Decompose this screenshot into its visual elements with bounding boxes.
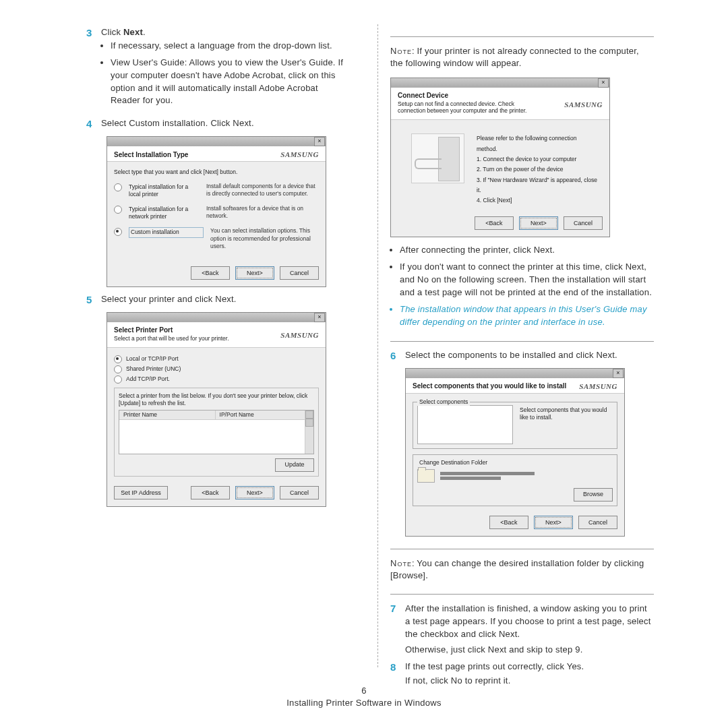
step-line: 3. If "New Hardware Wizard" is appeared,… [477, 175, 599, 196]
close-icon[interactable]: × [598, 78, 609, 88]
dialog-title: Connect Device [398, 92, 539, 99]
group-label: Select components [417, 398, 470, 406]
dialog-subtitle: Select a port that will be used for your… [114, 335, 229, 342]
note: Note: If your printer is not already con… [390, 45, 654, 69]
set-ip-button[interactable]: Set IP Address [114, 486, 168, 499]
step-8: 8 If the test page prints out correctly,… [390, 661, 654, 686]
step-5: 5 Select your printer and click Next. [86, 294, 350, 305]
step-number: 3 [86, 27, 101, 111]
close-icon[interactable]: × [613, 369, 624, 378]
step-6: 6 Select the components to be installed … [390, 350, 654, 361]
dialog-title: Select Printer Port [114, 326, 229, 334]
radio-icon[interactable] [114, 355, 122, 363]
back-button[interactable]: <Back [475, 216, 514, 230]
radio-icon[interactable] [114, 183, 122, 191]
step-text: Select the components to be installed an… [405, 350, 654, 361]
cancel-button[interactable]: Cancel [280, 486, 319, 499]
step-line: 2. Turn on the power of the device [477, 164, 599, 175]
step-text: Otherwise, just click Next and skip to s… [405, 644, 654, 655]
path-redacted [440, 472, 535, 475]
rule [390, 341, 654, 342]
close-icon[interactable]: × [314, 313, 325, 322]
dialog-install-type: × Select Installation Type SAMSUNG Selec… [107, 136, 326, 286]
step-text: After the installation is finished, a wi… [405, 603, 654, 641]
bullet: View User's Guide: Allows you to view th… [111, 57, 350, 107]
step-number: 6 [390, 350, 405, 361]
step-text: Click [101, 27, 123, 37]
back-button[interactable]: <Back [191, 266, 230, 280]
dialog-connect-device: × Connect Device Setup can not find a co… [390, 78, 610, 237]
option-desc: You can select installation options. Thi… [210, 227, 319, 249]
option-label: Shared Printer (UNC) [126, 365, 181, 373]
bullet-italic: The installation window that appears in … [400, 303, 654, 329]
step-4: 4 Select Custom installation. Click Next… [86, 118, 350, 129]
step-7: 7 After the installation is finished, a … [390, 603, 654, 655]
group-label: Change Destination Folder [417, 459, 489, 466]
step-3: 3 Click Next. If necessary, select a lan… [86, 27, 350, 111]
step-number: 4 [86, 118, 101, 129]
rule [390, 549, 654, 549]
radio-icon[interactable] [114, 375, 122, 384]
browse-button[interactable]: Browse [574, 488, 613, 502]
radio-icon[interactable] [114, 206, 122, 214]
col-header: IP/Port Name [216, 411, 313, 419]
step-line: 4. Click [Next] [477, 195, 599, 206]
step-text: If not, click No to reprint it. [405, 675, 654, 686]
device-illustration [411, 133, 464, 183]
rule [390, 36, 654, 37]
components-listbox[interactable] [417, 405, 513, 444]
option-label: Typical installation for a network print… [129, 205, 200, 220]
dialog-printer-port: × Select Printer Port Select a port that… [107, 312, 326, 507]
bullet: If you don't want to connect the printer… [400, 261, 654, 299]
note-body: : If your printer is not already connect… [390, 46, 639, 68]
note: Note: You can change the desired install… [390, 557, 654, 582]
col-header: Printer Name [119, 411, 216, 419]
printer-list[interactable]: Printer Name IP/Port Name [119, 410, 314, 454]
step-text: If the test page prints out correctly, c… [405, 661, 654, 671]
dialog-title: Select components that you would like to… [413, 382, 566, 390]
back-button[interactable]: <Back [191, 486, 230, 499]
scrollbar[interactable] [305, 411, 313, 454]
close-icon[interactable]: × [314, 137, 325, 146]
cancel-button[interactable]: Cancel [564, 216, 603, 230]
step-text: Select your printer and click Next. [101, 294, 350, 305]
cancel-button[interactable]: Cancel [280, 266, 319, 280]
option-label: Custom installation [129, 227, 204, 237]
hint-text: Select a printer from the list below. If… [119, 392, 314, 407]
radio-icon[interactable] [114, 228, 122, 236]
update-button[interactable]: Update [275, 458, 314, 472]
step-number: 5 [86, 294, 101, 305]
brand-logo: SAMSUNG [579, 382, 617, 390]
dialog-subtitle: Setup can not find a connected device. C… [398, 100, 539, 114]
path-redacted [440, 477, 501, 480]
hint-text: Please refer to the following connection… [477, 133, 599, 154]
brand-logo: SAMSUNG [280, 150, 319, 158]
note-body: : You can change the desired installatio… [390, 558, 644, 580]
step-number: 7 [390, 603, 405, 655]
step-line: 1. Connect the device to your computer [477, 154, 599, 164]
next-button[interactable]: Next> [519, 216, 558, 230]
back-button[interactable]: <Back [489, 516, 528, 529]
step-text: Select Custom installation. Click Next. [101, 118, 350, 129]
next-button[interactable]: Next> [235, 266, 274, 280]
option-desc: Install softwares for a device that is o… [206, 205, 319, 220]
option-label: Typical installation for a local printer [129, 183, 200, 198]
radio-icon[interactable] [114, 365, 122, 373]
note-label: Note [390, 558, 412, 568]
step-number: 8 [390, 661, 405, 686]
option-label: Local or TCP/IP Port [126, 355, 179, 363]
note-label: Note [390, 46, 412, 56]
components-desc: Select components that you would like to… [520, 405, 613, 444]
option-desc: Install default components for a device … [206, 183, 319, 198]
cancel-button[interactable]: Cancel [578, 516, 617, 529]
folder-icon [417, 469, 435, 483]
next-button[interactable]: Next> [534, 516, 573, 529]
dialog-select-components: × Select components that you would like … [405, 368, 625, 537]
footer-title: Installing Printer Software in Windows [0, 698, 728, 708]
bullet: After connecting the printer, click Next… [400, 244, 654, 257]
rule [390, 594, 654, 595]
option-label: Add TCP/IP Port. [126, 375, 170, 383]
step-bold: Next [123, 27, 143, 37]
next-button[interactable]: Next> [235, 486, 274, 499]
brand-logo: SAMSUNG [280, 331, 319, 339]
